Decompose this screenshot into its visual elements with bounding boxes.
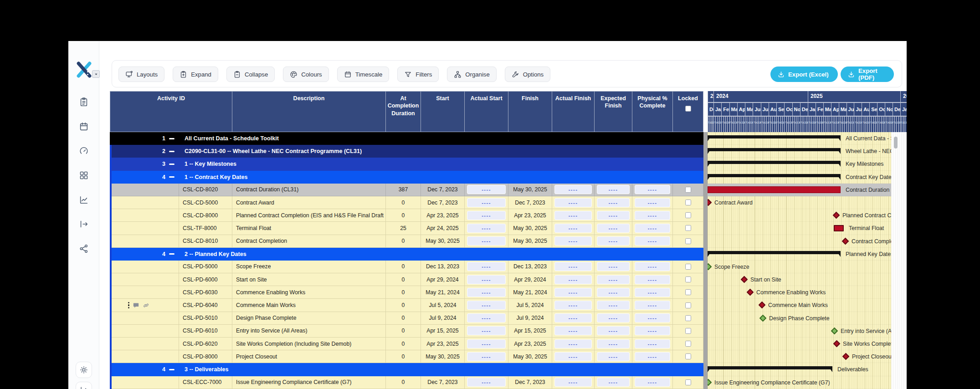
actual-finish-input[interactable]: ----	[554, 198, 592, 207]
gantt-task-bar[interactable]	[708, 186, 841, 193]
actual-finish-input[interactable]: ----	[554, 288, 592, 297]
sidebar-item-calendar[interactable]	[79, 122, 89, 132]
gantt-milestone-red[interactable]	[842, 237, 849, 245]
collapse-minus-icon[interactable]	[169, 164, 174, 165]
group-row[interactable]: 2C2090-CL31-00 -- Wheel Lathe - NEC Cont…	[110, 145, 703, 158]
theme-toggle-button[interactable]	[76, 362, 92, 378]
comment-icon[interactable]	[133, 302, 139, 309]
gantt-milestone-green[interactable]	[708, 379, 712, 386]
actual-start-input[interactable]: ----	[467, 313, 506, 322]
actual-finish-input[interactable]: ----	[554, 326, 592, 335]
table-row[interactable]: CSL-PD-6010Entry into Service (All Areas…	[110, 325, 703, 338]
locked-checkbox[interactable]	[685, 302, 691, 308]
column-header-start[interactable]: Start	[421, 91, 465, 132]
export-pdf-button[interactable]: Export (PDF)	[841, 67, 894, 82]
locked-checkbox[interactable]	[685, 289, 691, 295]
gantt-milestone-red[interactable]	[708, 199, 712, 206]
actual-start-input[interactable]: ----	[467, 352, 506, 361]
actual-start-input[interactable]: ----	[467, 224, 506, 233]
gantt-milestone-red[interactable]	[833, 340, 841, 348]
colours-button[interactable]: Colours	[283, 67, 328, 82]
column-header-expected-finish[interactable]: Expected Finish	[595, 91, 632, 132]
column-header-at-completion-duration[interactable]: At Completion Duration	[386, 91, 421, 132]
physical-complete-input[interactable]: ----	[635, 262, 670, 271]
gantt-summary-bar[interactable]	[708, 135, 841, 143]
actual-finish-input[interactable]: ----	[554, 339, 592, 348]
actual-finish-input[interactable]: ----	[554, 378, 592, 387]
column-header-activity-id[interactable]: Activity ID	[110, 91, 232, 132]
physical-complete-input[interactable]: ----	[635, 275, 670, 284]
expected-finish-input[interactable]: ----	[597, 339, 630, 348]
expected-finish-input[interactable]: ----	[597, 236, 630, 246]
expected-finish-input[interactable]: ----	[597, 275, 630, 284]
actual-start-input[interactable]: ----	[467, 378, 506, 387]
table-row[interactable]: CSL-PD-5010Design Phase Complete0Jul 9, …	[110, 312, 703, 325]
group-row[interactable]: 31 -- Key Milestones	[110, 158, 703, 170]
expected-finish-input[interactable]: ----	[597, 211, 630, 220]
column-header-actual-start[interactable]: Actual Start	[465, 91, 508, 132]
gantt-summary-bar[interactable]	[708, 174, 841, 181]
organise-button[interactable]: Organise	[447, 67, 497, 82]
locked-checkbox[interactable]	[685, 276, 691, 282]
table-row[interactable]: CSL-TF-8000Terminal Float25Apr 24, 2025-…	[110, 222, 703, 235]
physical-complete-input[interactable]: ----	[635, 313, 670, 322]
export-excel-button[interactable]: Export (Excel)	[770, 67, 838, 82]
expected-finish-input[interactable]: ----	[597, 352, 630, 361]
sidebar-item-clipboard-list[interactable]	[79, 97, 89, 107]
actual-start-input[interactable]: ----	[467, 262, 506, 271]
group-row[interactable]: 43 -- Deliverables	[110, 363, 703, 376]
physical-complete-input[interactable]: ----	[635, 211, 670, 220]
actual-start-input[interactable]: ----	[467, 275, 506, 284]
actual-finish-input[interactable]: ----	[554, 313, 592, 322]
actual-finish-input[interactable]: ----	[554, 236, 592, 246]
table-vertical-scrollbar[interactable]	[703, 132, 708, 389]
physical-complete-input[interactable]: ----	[635, 326, 670, 335]
collapse-minus-icon[interactable]	[169, 151, 174, 152]
actual-finish-input[interactable]: ----	[554, 185, 592, 194]
column-header-physical-complete[interactable]: Physical % Complete	[632, 91, 673, 132]
locked-checkbox[interactable]	[685, 212, 691, 218]
gantt-summary-bar[interactable]	[708, 251, 841, 258]
gantt-milestone-red[interactable]	[833, 212, 840, 219]
table-row[interactable]: CSL-CD-8000Planned Contract Completion (…	[110, 209, 703, 222]
column-header-actual-finish[interactable]: Actual Finish	[552, 91, 595, 132]
header-dropdown-button[interactable]	[92, 70, 100, 78]
expected-finish-input[interactable]: ----	[597, 224, 630, 233]
actual-finish-input[interactable]: ----	[554, 262, 592, 271]
gantt-summary-bar[interactable]	[708, 161, 841, 168]
table-row[interactable]: CSL-PD-6040Commence Main Works0Jul 5, 20…	[110, 299, 703, 312]
physical-complete-input[interactable]: ----	[635, 224, 670, 233]
app-logo[interactable]	[75, 61, 92, 78]
sidebar-item-dashboard[interactable]	[79, 170, 89, 180]
actual-start-input[interactable]: ----	[467, 236, 506, 246]
table-row[interactable]: CSL-CD-8010Contract Completion0May 30, 2…	[110, 235, 703, 248]
gantt-milestone-red[interactable]	[747, 289, 754, 296]
expected-finish-input[interactable]: ----	[597, 326, 630, 335]
options-button[interactable]: Options	[505, 67, 550, 82]
expected-finish-input[interactable]: ----	[597, 262, 630, 271]
physical-complete-input[interactable]: ----	[635, 236, 670, 246]
locked-checkbox[interactable]	[685, 341, 691, 347]
sidebar-item-export-arrow[interactable]	[79, 219, 89, 229]
collapse-minus-icon[interactable]	[169, 369, 174, 370]
locked-checkbox[interactable]	[685, 315, 691, 321]
physical-complete-input[interactable]: ----	[635, 198, 670, 207]
collapse-minus-icon[interactable]	[169, 176, 174, 178]
table-row[interactable]: CSL-PD-6030Commence Enabling Works0May 2…	[110, 286, 703, 299]
gantt-vertical-scrollbar[interactable]	[894, 137, 898, 148]
actual-finish-input[interactable]: ----	[554, 352, 592, 361]
collapse-minus-icon[interactable]	[169, 138, 174, 139]
gantt-summary-bar[interactable]	[708, 366, 832, 374]
group-row[interactable]: 41 -- Contract Key Dates	[110, 171, 703, 184]
expected-finish-input[interactable]: ----	[597, 198, 630, 207]
expected-finish-input[interactable]: ----	[597, 185, 630, 194]
collapse-minus-icon[interactable]	[169, 253, 174, 255]
locked-checkbox[interactable]	[685, 225, 691, 231]
actual-start-input[interactable]: ----	[467, 185, 506, 194]
actual-finish-input[interactable]: ----	[554, 211, 592, 220]
actual-start-input[interactable]: ----	[467, 288, 506, 297]
sidebar-item-gauge[interactable]	[79, 146, 89, 156]
physical-complete-input[interactable]: ----	[635, 185, 670, 194]
gantt-milestone-red[interactable]	[759, 302, 766, 309]
gantt-milestone-green[interactable]	[759, 314, 767, 322]
